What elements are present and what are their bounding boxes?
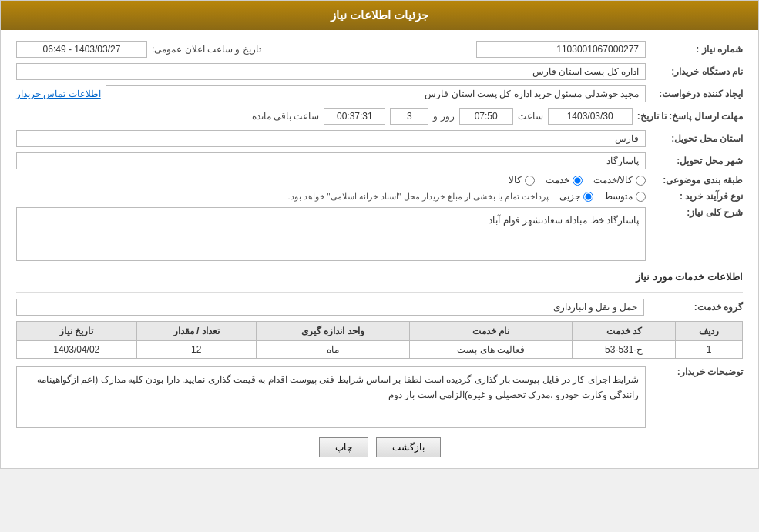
response-days-label: روز و: [433, 111, 454, 122]
category-radio-group: کالا/خدمت خدمت کالا: [509, 175, 646, 186]
page-header: جزئیات اطلاعات نیاز: [1, 1, 758, 30]
col-quantity: تعداد / مقدار: [136, 322, 256, 341]
category-label-kala-khadamat: کالا/خدمت: [593, 175, 633, 186]
purchase-type-label-motavasset: متوسط: [604, 191, 633, 202]
requester-value: مجید خوشدلی مسئول خرید اداره کل پست استا…: [106, 85, 646, 102]
need-number-label: شماره نیاز :: [650, 44, 743, 55]
response-remaining: 00:37:31: [324, 108, 385, 125]
requester-label: ایجاد کننده درخواست:: [650, 89, 743, 99]
category-radio-kala[interactable]: [525, 176, 535, 186]
divider1: [16, 292, 743, 293]
need-desc-value: پاسارگاد خط مبادله سعادتشهر فوام آباد: [16, 207, 646, 261]
col-date: تاریخ نیاز: [17, 322, 137, 341]
response-date: 1403/03/30: [548, 108, 633, 125]
province-value: فارس: [16, 130, 646, 147]
service-group-label: گروه خدمت:: [650, 302, 743, 313]
print-button[interactable]: چاپ: [319, 437, 368, 457]
city-label: شهر محل تحویل:: [650, 156, 743, 166]
back-button[interactable]: بازگشت: [376, 437, 441, 457]
category-radio-kala-khadamat[interactable]: [636, 176, 646, 186]
buyer-desc-value: شرایط اجرای کار در فایل پیوست بار گذاری …: [16, 366, 646, 428]
col-unit: واحد اندازه گیری: [256, 322, 409, 341]
purchase-type-label: نوع فرآیند خرید :: [650, 191, 743, 202]
purchase-type-label-jozii: جزیی: [559, 191, 580, 202]
city-value: پاسارگاد: [16, 152, 646, 169]
table-cell-4: 12: [136, 341, 256, 359]
category-label: طبقه بندی موضوعی:: [650, 175, 743, 186]
service-info-title: اطلاعات خدمات مورد نیاز: [16, 266, 743, 286]
category-option-kala[interactable]: کالا: [509, 175, 535, 186]
response-deadline-label: مهلت ارسال پاسخ: تا تاریخ:: [637, 111, 743, 122]
purchase-type-radio-motavasset[interactable]: [636, 192, 646, 202]
col-row-num: ردیف: [676, 322, 743, 341]
purchase-type-option-motavasset[interactable]: متوسط: [604, 191, 646, 202]
category-label-kala: کالا: [509, 175, 522, 186]
response-remaining-label: ساعت باقی مانده: [252, 111, 320, 122]
buyer-desc-label: توضیحات خریدار:: [650, 366, 743, 377]
purchase-type-note: پرداخت تمام یا بخشی از مبلغ خریداز محل "…: [287, 192, 549, 202]
province-label: استان محل تحویل:: [650, 133, 743, 144]
requester-contact-link[interactable]: اطلاعات تماس خریدار: [16, 89, 101, 99]
announce-date-value: 1403/03/27 - 06:49: [16, 41, 147, 58]
purchase-type-radio-group: متوسط جزیی: [559, 191, 646, 202]
buyer-org-label: نام دستگاه خریدار:: [650, 66, 743, 77]
category-radio-khadamat[interactable]: [573, 176, 583, 186]
announce-date-label: تاریخ و ساعت اعلان عمومی:: [152, 44, 261, 55]
buttons-row: بازگشت چاپ: [16, 437, 743, 457]
need-desc-label: شرح کلی نیاز:: [650, 207, 743, 218]
response-time-label: ساعت: [518, 111, 543, 122]
col-service-code: کد خدمت: [573, 322, 676, 341]
category-option-kala-khadamat[interactable]: کالا/خدمت: [593, 175, 646, 186]
col-service-name: نام خدمت: [410, 322, 573, 341]
need-number-value: 1103001067000277: [476, 41, 646, 58]
services-table: ردیف کد خدمت نام خدمت واحد اندازه گیری ت…: [16, 321, 743, 359]
table-cell-5: 1403/04/02: [17, 341, 137, 359]
response-time: 07:50: [459, 108, 513, 125]
purchase-type-option-jozii[interactable]: جزیی: [559, 191, 593, 202]
table-cell-0: 1: [676, 341, 743, 359]
service-group-value: حمل و نقل و انبارداری: [16, 299, 644, 316]
table-cell-3: ماه: [256, 341, 409, 359]
purchase-type-radio-jozii[interactable]: [583, 192, 593, 202]
table-row: 1ح-531-53فعالیت های پستماه121403/04/02: [17, 341, 743, 359]
table-cell-1: ح-531-53: [573, 341, 676, 359]
table-cell-2: فعالیت های پست: [410, 341, 573, 359]
category-label-khadamat: خدمت: [546, 175, 569, 186]
category-option-khadamat[interactable]: خدمت: [546, 175, 583, 186]
response-days: 3: [390, 108, 428, 125]
buyer-org-value: اداره کل پست استان فارس: [16, 63, 646, 80]
